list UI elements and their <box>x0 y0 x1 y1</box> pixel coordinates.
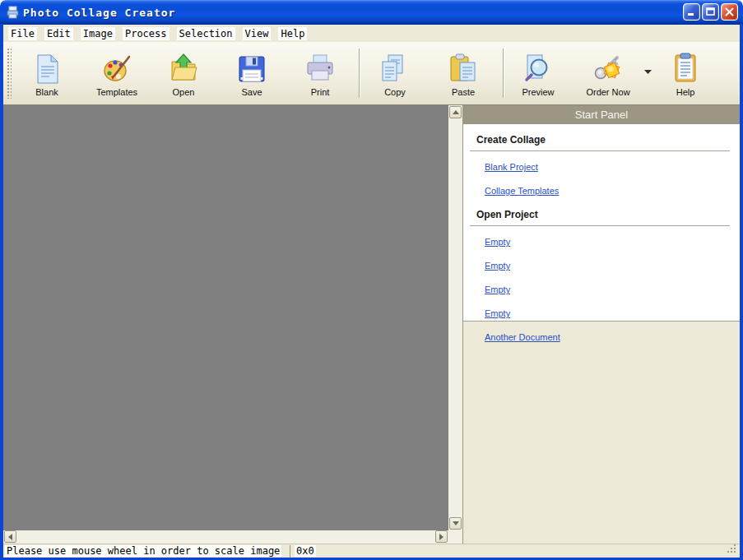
menu-item-file[interactable]: File <box>8 27 37 40</box>
minimize-button[interactable] <box>683 3 700 21</box>
menu-bar: File Edit Image Process Selection View H… <box>3 25 740 42</box>
blank-button[interactable]: Blank <box>18 47 76 100</box>
vertical-scrollbar[interactable] <box>448 105 462 530</box>
window-border-right <box>740 24 743 560</box>
status-bar-divider <box>290 545 290 558</box>
list-item: Collage Templates <box>463 178 740 202</box>
status-bar: Please use mouse wheel in order to scale… <box>3 544 740 558</box>
link-empty-2[interactable]: Empty <box>485 261 510 271</box>
resize-grip-icon <box>727 544 737 554</box>
app-window: Photo Collage Creator File Edit Image Pr… <box>0 0 743 560</box>
arrow-right-icon <box>439 534 443 540</box>
menu-item-view[interactable]: View <box>243 27 272 40</box>
scroll-up-button[interactable] <box>449 106 462 118</box>
arrow-down-icon <box>453 521 459 525</box>
resize-grip[interactable] <box>727 544 737 557</box>
list-item: Empty <box>463 229 740 253</box>
menu-item-image[interactable]: Image <box>81 27 115 40</box>
toolbar-button-label: Blank <box>35 87 58 97</box>
scroll-right-button[interactable] <box>435 530 448 543</box>
print-button[interactable]: Print <box>291 47 349 100</box>
start-panel: Start Panel Create Collage Blank Project… <box>462 105 740 544</box>
save-button[interactable]: Save <box>223 47 281 100</box>
scrollbar-corner <box>448 530 462 544</box>
copy-button[interactable]: Copy <box>366 47 424 100</box>
toolbar-button-label: Preview <box>522 87 554 97</box>
list-item: Another Document <box>463 325 740 349</box>
window-title: Photo Collage Creator <box>23 7 175 19</box>
menu-item-edit[interactable]: Edit <box>44 27 73 40</box>
toolbar-button-label: Save <box>241 87 262 97</box>
window-controls <box>683 3 738 21</box>
preview-button[interactable]: Preview <box>509 47 567 100</box>
canvas-area[interactable] <box>3 105 448 530</box>
list-item: Blank Project <box>463 155 740 178</box>
help-button[interactable]: Help <box>657 47 714 100</box>
scroll-down-button[interactable] <box>449 517 462 530</box>
chevron-down-icon <box>644 70 652 75</box>
maximize-button[interactable] <box>702 3 719 21</box>
section-divider <box>470 150 730 151</box>
print-icon <box>304 52 337 86</box>
link-empty-4[interactable]: Empty <box>485 308 510 318</box>
toolbar-grip-handle[interactable] <box>7 48 12 99</box>
toolbar-separator <box>359 49 360 98</box>
start-panel-header: Start Panel <box>463 105 740 124</box>
order-now-dropdown-arrow[interactable] <box>644 70 652 75</box>
list-item: Empty <box>463 277 740 301</box>
toolbar-button-label: Templates <box>96 87 137 97</box>
menu-item-selection[interactable]: Selection <box>177 27 235 40</box>
link-empty-1[interactable]: Empty <box>485 237 510 247</box>
start-panel-content: Create Collage Blank Project Collage Tem… <box>463 124 740 322</box>
section-divider <box>470 225 730 226</box>
templates-button[interactable]: Templates <box>88 47 146 100</box>
toolbar-button-label: Paste <box>452 87 475 97</box>
order-now-button[interactable]: Order Now <box>575 47 641 100</box>
paste-clipboard-icon <box>447 52 480 86</box>
scroll-left-button[interactable] <box>4 530 16 543</box>
preview-magnifier-icon <box>522 52 555 86</box>
close-icon <box>725 7 734 16</box>
title-bar[interactable]: Photo Collage Creator <box>0 0 743 25</box>
minimize-icon <box>687 7 696 16</box>
toolbar-button-label: Order Now <box>586 87 629 97</box>
toolbar-button-label: Open <box>173 87 195 97</box>
list-item: Empty <box>463 301 740 325</box>
link-blank-project[interactable]: Blank Project <box>485 162 538 172</box>
help-clipboard-icon <box>669 52 702 86</box>
paste-button[interactable]: Paste <box>434 47 492 100</box>
arrow-up-icon <box>453 110 459 114</box>
close-button[interactable] <box>721 3 738 21</box>
link-empty-3[interactable]: Empty <box>485 285 510 294</box>
toolbar-button-label: Print <box>311 87 330 97</box>
open-folder-icon <box>167 52 200 86</box>
templates-palette-icon <box>100 52 133 86</box>
toolbar: Blank Templates <box>3 42 740 105</box>
section-heading-create-collage: Create Collage <box>476 134 740 146</box>
image-size-indicator: 0x0 <box>295 545 316 557</box>
status-message: Please use mouse wheel in order to scale… <box>5 545 281 557</box>
toolbar-button-label: Help <box>676 87 695 97</box>
blank-document-icon <box>30 52 63 86</box>
list-item: Empty <box>463 253 740 277</box>
start-panel-title: Start Panel <box>575 109 628 121</box>
horizontal-scrollbar[interactable] <box>3 530 448 544</box>
order-now-key-icon <box>592 52 625 86</box>
save-floppy-icon <box>235 52 268 86</box>
toolbar-button-label: Copy <box>384 87 406 97</box>
open-button[interactable]: Open <box>155 47 212 100</box>
section-heading-open-project: Open Project <box>476 209 740 220</box>
link-collage-templates[interactable]: Collage Templates <box>485 186 559 196</box>
maximize-icon <box>706 7 715 16</box>
toolbar-separator <box>503 49 504 98</box>
link-another-document[interactable]: Another Document <box>485 332 560 342</box>
menu-item-process[interactable]: Process <box>123 27 169 40</box>
arrow-left-icon <box>8 534 12 540</box>
app-icon <box>6 6 20 20</box>
copy-icon <box>378 52 411 86</box>
menu-item-help[interactable]: Help <box>278 27 307 40</box>
